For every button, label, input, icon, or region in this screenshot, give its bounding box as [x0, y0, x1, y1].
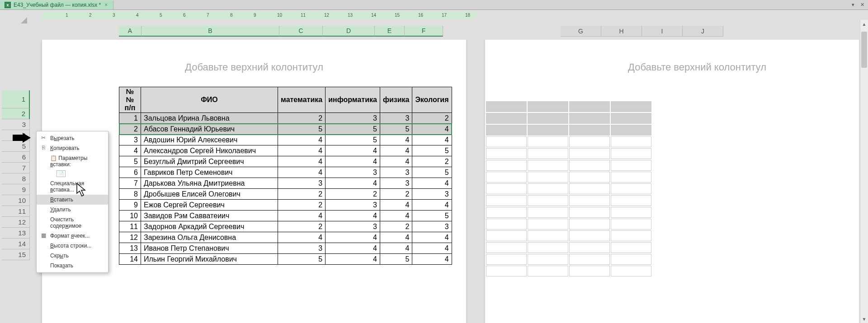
- cell-v3[interactable]: 2: [380, 221, 412, 232]
- col-header-I[interactable]: I: [642, 26, 683, 37]
- col-header-G[interactable]: G: [561, 26, 601, 37]
- cell-v2[interactable]: 2: [326, 189, 380, 200]
- cell-v1[interactable]: 2: [278, 200, 326, 211]
- cell-num[interactable]: 2: [119, 124, 141, 135]
- row-header-1[interactable]: 1: [2, 90, 30, 108]
- row-header-12[interactable]: 12: [2, 217, 30, 228]
- cell-v2[interactable]: 5: [326, 135, 380, 145]
- table-row[interactable]: 9Ежов Сергей Сергеевич2344: [119, 200, 452, 211]
- row-header-14[interactable]: 14: [2, 239, 30, 249]
- col-header-H[interactable]: H: [601, 26, 642, 37]
- data-table[interactable]: №№п/пФИОматематикаинформатикафизикаЭколо…: [119, 87, 452, 265]
- cell-v3[interactable]: 5: [380, 254, 412, 265]
- page-header-placeholder-2[interactable]: Добавьте верхний колонтитул: [485, 40, 859, 87]
- cell-v4[interactable]: 4: [412, 124, 452, 135]
- cell-v3[interactable]: 4: [380, 156, 412, 167]
- cell-v4[interactable]: 5: [412, 145, 452, 156]
- scroll-up-icon[interactable]: ▲: [860, 20, 868, 28]
- cell-v1[interactable]: 4: [278, 232, 326, 243]
- table-row[interactable]: 5Безуглый Дмитрий Сергеевич4442: [119, 156, 452, 167]
- col-header-E[interactable]: E: [375, 26, 405, 37]
- cell-v4[interactable]: 4: [412, 243, 452, 254]
- cell-v2[interactable]: 4: [326, 232, 380, 243]
- cell-v3[interactable]: 4: [380, 135, 412, 145]
- table-row[interactable]: 10Завидов Рэм Савватеиич4445: [119, 211, 452, 221]
- table-row[interactable]: 12Зарезина Ольга Денисовна4444: [119, 232, 452, 243]
- cell-num[interactable]: 7: [119, 178, 141, 189]
- cell-v1[interactable]: 3: [278, 178, 326, 189]
- cell-fio[interactable]: Зарезина Ольга Денисовна: [141, 232, 278, 243]
- cell-fio[interactable]: Дробышев Елисей Олегович: [141, 189, 278, 200]
- table-row[interactable]: 14Ильин Георгий Михайлович5454: [119, 254, 452, 265]
- cell-v2[interactable]: 3: [326, 221, 380, 232]
- cell-v2[interactable]: 4: [326, 254, 380, 265]
- cell-num[interactable]: 6: [119, 167, 141, 178]
- cell-v1[interactable]: 4: [278, 211, 326, 221]
- cell-v2[interactable]: 3: [326, 113, 380, 124]
- cell-v1[interactable]: 5: [278, 254, 326, 265]
- ctx-insert[interactable]: Вставить: [37, 195, 108, 205]
- cell-v2[interactable]: 3: [326, 167, 380, 178]
- cell-num[interactable]: 9: [119, 200, 141, 211]
- ctx-clear[interactable]: Очистить содержимое: [37, 215, 108, 231]
- cell-num[interactable]: 8: [119, 189, 141, 200]
- col-header-F[interactable]: F: [405, 26, 443, 37]
- table-row[interactable]: 13Иванов Петр Степанович3444: [119, 243, 452, 254]
- cell-fio[interactable]: Безуглый Дмитрий Сергеевич: [141, 156, 278, 167]
- cell-fio[interactable]: Ежов Сергей Сергеевич: [141, 200, 278, 211]
- select-all-corner[interactable]: [2, 12, 29, 25]
- cell-fio[interactable]: Иванов Петр Степанович: [141, 243, 278, 254]
- row-header-3[interactable]: 3: [2, 119, 30, 130]
- cell-v3[interactable]: 4: [380, 211, 412, 221]
- table-row[interactable]: 4Александров Сергей Николаевич4445: [119, 145, 452, 156]
- cell-v4[interactable]: 4: [412, 178, 452, 189]
- table-row[interactable]: 6Гавриков Петр Семенович4335: [119, 167, 452, 178]
- cell-v3[interactable]: 3: [380, 178, 412, 189]
- cell-v3[interactable]: 4: [380, 200, 412, 211]
- table-row[interactable]: 7Дарькова Ульяна Дмитриевна3434: [119, 178, 452, 189]
- cell-v1[interactable]: 2: [278, 221, 326, 232]
- table-row[interactable]: 11Задорнов Аркадий Сергеевич2323: [119, 221, 452, 232]
- document-tab[interactable]: x E43_Учебный файл — копия.xlsx * ×: [0, 0, 113, 9]
- tabs-dropdown-icon[interactable]: ▾: [849, 1, 857, 9]
- row-header-9[interactable]: 9: [2, 184, 30, 195]
- cell-fio[interactable]: Ильин Георгий Михайлович: [141, 254, 278, 265]
- ctx-delete[interactable]: Удалить: [37, 205, 108, 215]
- cell-num[interactable]: 10: [119, 211, 141, 221]
- cell-fio[interactable]: Авдошин Юрий Алексеевич: [141, 135, 278, 145]
- row-header-8[interactable]: 8: [2, 173, 30, 184]
- cell-v2[interactable]: 3: [326, 200, 380, 211]
- ctx-cut[interactable]: ✂ Вырезать: [37, 133, 108, 143]
- cell-v2[interactable]: 4: [326, 178, 380, 189]
- cell-v1[interactable]: 5: [278, 124, 326, 135]
- cell-v2[interactable]: 4: [326, 211, 380, 221]
- ctx-copy[interactable]: ⎘ Копировать: [37, 143, 108, 153]
- cell-num[interactable]: 11: [119, 221, 141, 232]
- cell-v3[interactable]: 4: [380, 232, 412, 243]
- vertical-scrollbar[interactable]: ▲ ▼: [860, 20, 868, 323]
- ctx-hide[interactable]: Скрыть: [37, 251, 108, 261]
- cell-v3[interactable]: 4: [380, 145, 412, 156]
- cell-v2[interactable]: 5: [326, 124, 380, 135]
- cell-num[interactable]: 14: [119, 254, 141, 265]
- cell-v4[interactable]: 5: [412, 167, 452, 178]
- close-tab-icon[interactable]: ×: [104, 2, 108, 8]
- cell-fio[interactable]: Зальцова Ирина Львовна: [141, 113, 278, 124]
- cell-v1[interactable]: 2: [278, 189, 326, 200]
- ctx-paste-special[interactable]: Специальная вставка...: [37, 178, 108, 195]
- table-row[interactable]: 2Абасов Геннадий Юрьевич5554: [119, 124, 452, 135]
- cell-v4[interactable]: 4: [412, 232, 452, 243]
- page-header-placeholder[interactable]: Добавьте верхний колонтитул: [42, 40, 466, 87]
- cell-v4[interactable]: 5: [412, 211, 452, 221]
- cell-v2[interactable]: 4: [326, 156, 380, 167]
- cell-v2[interactable]: 4: [326, 243, 380, 254]
- cell-v3[interactable]: 2: [380, 189, 412, 200]
- cell-v1[interactable]: 4: [278, 156, 326, 167]
- cell-num[interactable]: 13: [119, 243, 141, 254]
- cell-v2[interactable]: 4: [326, 145, 380, 156]
- scroll-down-icon[interactable]: ▼: [860, 315, 868, 323]
- table-row[interactable]: 3Авдошин Юрий Алексеевич4544: [119, 135, 452, 145]
- cell-v4[interactable]: 4: [412, 254, 452, 265]
- table-row[interactable]: 8Дробышев Елисей Олегович2223: [119, 189, 452, 200]
- col-header-B[interactable]: B: [142, 26, 279, 37]
